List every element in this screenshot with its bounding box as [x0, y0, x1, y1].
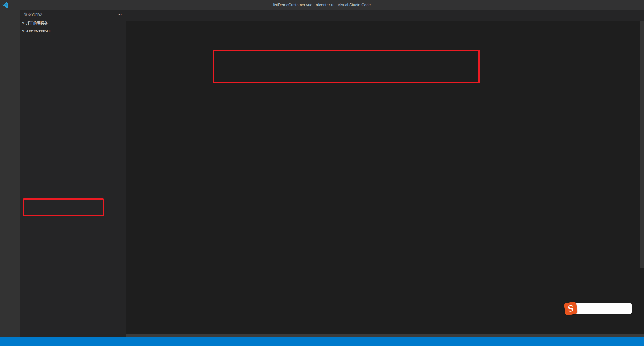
- activity-bar: [0, 10, 20, 337]
- sidebar-title: 资源管理器: [24, 12, 43, 17]
- project-section-header[interactable]: > AFCENTER-UI: [20, 27, 126, 35]
- sidebar-more-actions-icon[interactable]: ···: [118, 12, 122, 17]
- sogou-logo-icon[interactable]: S: [564, 301, 578, 315]
- status-bar: [0, 337, 644, 346]
- vscode-logo-icon: [0, 2, 11, 8]
- sidebar-header: 资源管理器 ···: [20, 10, 126, 19]
- open-editors-label: 打开的编辑器: [26, 21, 48, 25]
- ime-toolbar[interactable]: S: [572, 303, 632, 314]
- vertical-scrollbar[interactable]: [640, 21, 644, 268]
- editor-tab-bar: [126, 10, 644, 21]
- horizontal-scrollbar[interactable]: [126, 334, 644, 337]
- chevron-down-icon: >: [21, 29, 25, 33]
- project-name-label: AFCENTER-UI: [26, 29, 51, 33]
- window-title: listDemoCustomer.vue - afcenter-ui - Vis…: [0, 3, 644, 7]
- explorer-sidebar: 资源管理器 ··· > 打开的编辑器 > AFCENTER-UI: [20, 10, 126, 337]
- open-editors-header[interactable]: > 打开的编辑器: [20, 19, 126, 27]
- code-editor[interactable]: [126, 21, 644, 337]
- chevron-down-icon: >: [21, 21, 25, 25]
- title-bar: listDemoCustomer.vue - afcenter-ui - Vis…: [0, 0, 644, 10]
